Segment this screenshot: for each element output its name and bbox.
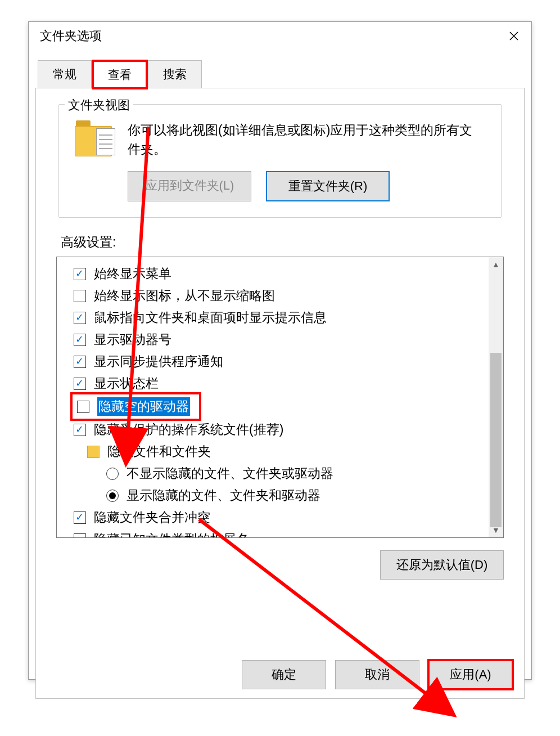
advanced-settings-list[interactable]: 始终显示菜单始终显示图标，从不显示缩略图鼠标指向文件夹和桌面项时显示提示信息显示…	[56, 257, 504, 538]
option-item-5[interactable]: 显示状态栏	[74, 373, 500, 394]
checkbox-icon[interactable]	[74, 533, 86, 538]
option-label: 隐藏文件夹合并冲突	[94, 509, 210, 526]
option-item-9[interactable]: 不显示隐藏的文件、文件夹或驱动器	[74, 463, 500, 484]
reset-folders-button[interactable]: 重置文件夹(R)	[266, 171, 390, 201]
tab-general[interactable]: 常规	[38, 60, 92, 88]
checkbox-icon[interactable]	[74, 334, 86, 346]
option-item-2[interactable]: 鼠标指向文件夹和桌面项时显示提示信息	[74, 307, 500, 329]
close-icon	[509, 31, 519, 41]
option-label: 不显示隐藏的文件、文件夹或驱动器	[127, 465, 333, 482]
option-label: 显示状态栏	[94, 375, 159, 392]
option-item-10[interactable]: 显示隐藏的文件、文件夹和驱动器	[74, 484, 500, 506]
groupbox-desc: 你可以将此视图(如详细信息或图标)应用于这种类型的所有文件夹。	[128, 120, 485, 159]
checkbox-icon[interactable]	[74, 378, 86, 390]
tab-strip: 常规 查看 搜索	[38, 60, 531, 88]
option-item-11[interactable]: 隐藏文件夹合并冲突	[74, 506, 500, 528]
restore-defaults-button[interactable]: 还原为默认值(D)	[380, 550, 504, 580]
ok-button[interactable]: 确定	[242, 660, 326, 689]
option-label: 鼠标指向文件夹和桌面项时显示提示信息	[94, 309, 327, 326]
option-item-1[interactable]: 始终显示图标，从不显示缩略图	[74, 285, 500, 307]
tab-search[interactable]: 搜索	[148, 60, 202, 88]
option-label: 隐藏已知文件类型的扩展名	[94, 531, 249, 538]
option-item-7[interactable]: 隐藏受保护的操作系统文件(推荐)	[74, 419, 500, 441]
option-item-12[interactable]: 隐藏已知文件类型的扩展名	[74, 528, 500, 538]
tab-content-view: 文件夹视图 你可以将此视图(如详细信息或图标)应用于这种类型的所有文件夹。 应用…	[35, 88, 525, 699]
option-label: 隐藏空的驱动器	[97, 397, 190, 416]
checkbox-icon[interactable]	[77, 401, 89, 413]
option-label: 始终显示图标，从不显示缩略图	[94, 287, 275, 304]
apply-button[interactable]: 应用(A)	[428, 660, 513, 689]
folder-icon	[87, 446, 100, 458]
dialog-folder-options: 文件夹选项 常规 查看 搜索 文件夹视图 你可以将此视图(如详细信息或图标)应用…	[28, 21, 532, 680]
cancel-button[interactable]: 取消	[335, 660, 419, 689]
apply-to-folders-button: 应用到文件夹(L)	[128, 171, 251, 201]
checkbox-icon[interactable]	[74, 312, 86, 324]
checkbox-icon[interactable]	[74, 290, 86, 302]
scroll-down-icon[interactable]: ▼	[489, 523, 503, 537]
checkbox-icon[interactable]	[74, 511, 86, 524]
dialog-button-row: 确定 取消 应用(A)	[242, 660, 513, 689]
option-item-4[interactable]: 显示同步提供程序通知	[74, 351, 500, 373]
radio-icon[interactable]	[106, 490, 119, 502]
option-item-6[interactable]: 隐藏空的驱动器	[74, 396, 198, 418]
option-label: 隐藏文件和文件夹	[107, 443, 211, 460]
groupbox-legend: 文件夹视图	[65, 97, 133, 114]
option-label: 显示驱动器号	[94, 331, 171, 348]
option-label: 始终显示菜单	[94, 265, 171, 282]
option-label: 显示同步提供程序通知	[94, 353, 223, 370]
close-button[interactable]	[501, 26, 527, 46]
titlebar: 文件夹选项	[29, 22, 531, 50]
option-item-8[interactable]: 隐藏文件和文件夹	[74, 441, 500, 463]
groupbox-folder-view: 文件夹视图 你可以将此视图(如详细信息或图标)应用于这种类型的所有文件夹。 应用…	[58, 104, 502, 218]
scroll-thumb[interactable]	[490, 353, 502, 527]
advanced-settings-label: 高级设置:	[61, 234, 524, 251]
option-item-3[interactable]: 显示驱动器号	[74, 329, 500, 351]
option-label: 隐藏受保护的操作系统文件(推荐)	[94, 421, 283, 438]
checkbox-icon[interactable]	[74, 268, 86, 280]
dialog-title: 文件夹选项	[40, 28, 102, 44]
scroll-up-icon[interactable]: ▲	[489, 257, 503, 272]
scrollbar[interactable]: ▲ ▼	[489, 257, 503, 537]
checkbox-icon[interactable]	[74, 356, 86, 368]
folder-icon	[75, 120, 114, 160]
option-item-0[interactable]: 始终显示菜单	[74, 263, 500, 285]
tab-view[interactable]: 查看	[93, 61, 147, 88]
radio-icon[interactable]	[106, 468, 119, 480]
checkbox-icon[interactable]	[74, 424, 86, 436]
option-label: 显示隐藏的文件、文件夹和驱动器	[127, 487, 320, 504]
